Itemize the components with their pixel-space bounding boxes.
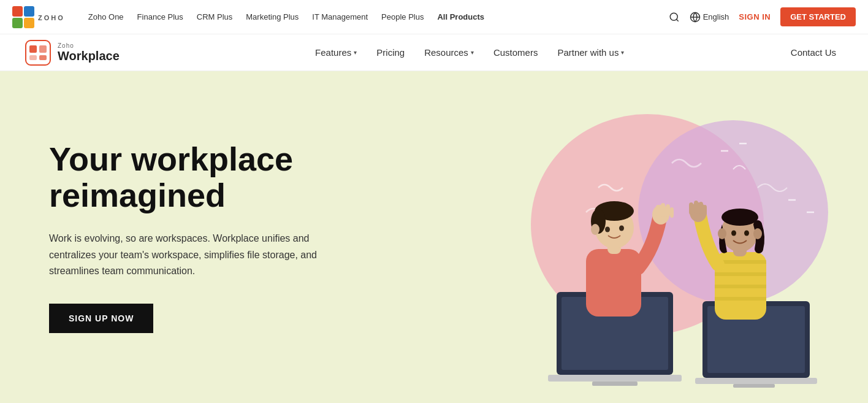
nav-link-people-plus[interactable]: People Plus — [376, 10, 428, 24]
hero-illustration-area — [525, 71, 868, 403]
svg-point-45 — [753, 228, 762, 239]
svg-point-47 — [744, 231, 749, 236]
svg-point-43 — [721, 209, 758, 226]
nav-link-it-management[interactable]: IT Management — [307, 10, 373, 24]
contact-us-link[interactable]: Contact Us — [783, 44, 843, 61]
svg-rect-17 — [548, 375, 682, 382]
logo-sq-green — [12, 18, 23, 28]
svg-rect-23 — [586, 249, 641, 317]
resources-chevron-icon: ▾ — [471, 49, 474, 56]
top-navigation: ZOHO Zoho One Finance Plus CRM Plus Mark… — [0, 0, 868, 34]
svg-point-0 — [670, 13, 677, 20]
svg-line-1 — [676, 19, 678, 21]
partner-label: Partner with us — [557, 47, 619, 58]
secondary-nav-links: Features ▾ Pricing Resources ▾ Customers… — [156, 44, 783, 61]
language-label: English — [703, 12, 729, 21]
nav-link-crm-plus[interactable]: CRM Plus — [192, 10, 238, 24]
svg-rect-50 — [694, 201, 698, 214]
nav-link-marketing-plus[interactable]: Marketing Plus — [241, 10, 303, 24]
search-icon — [669, 12, 680, 23]
workplace-logo[interactable]: Zoho Workplace — [25, 39, 120, 66]
get-started-button[interactable]: GET STARTED — [780, 7, 856, 26]
svg-rect-33 — [661, 203, 665, 217]
sec-nav-resources[interactable]: Resources ▾ — [417, 44, 481, 61]
features-chevron-icon: ▾ — [354, 49, 357, 56]
sec-nav-partner[interactable]: Partner with us ▾ — [550, 44, 631, 61]
svg-rect-22 — [733, 384, 775, 388]
hero-subtitle: Work is evolving, so are workspaces. Wor… — [49, 231, 343, 279]
secondary-navigation: Zoho Workplace Features ▾ Pricing Resour… — [0, 34, 868, 71]
partner-chevron-icon: ▾ — [621, 49, 624, 56]
svg-rect-4 — [26, 40, 50, 65]
svg-rect-7 — [29, 55, 37, 60]
language-selector[interactable]: English — [690, 12, 729, 23]
globe-icon — [690, 12, 701, 23]
svg-rect-5 — [29, 45, 37, 53]
nav-link-finance-plus[interactable]: Finance Plus — [132, 10, 188, 24]
hero-illustration-svg — [525, 90, 843, 402]
hero-title: Your workplace reimagined — [49, 141, 392, 214]
logo-sq-red — [12, 6, 23, 17]
workplace-zoho-label: Zoho — [58, 42, 120, 49]
svg-rect-21 — [695, 378, 817, 384]
svg-rect-52 — [703, 205, 707, 215]
resources-label: Resources — [424, 47, 468, 58]
svg-rect-40 — [715, 297, 766, 301]
svg-rect-34 — [666, 204, 670, 217]
workplace-text: Zoho Workplace — [58, 42, 120, 63]
sign-in-button[interactable]: SIGN IN — [739, 12, 771, 21]
svg-rect-49 — [689, 202, 693, 215]
svg-point-29 — [605, 227, 610, 232]
svg-point-46 — [731, 231, 736, 236]
svg-rect-6 — [39, 45, 47, 53]
svg-rect-51 — [699, 202, 703, 214]
svg-rect-35 — [670, 207, 674, 218]
nav-link-all-products[interactable]: All Products — [432, 10, 489, 24]
svg-rect-39 — [715, 285, 766, 288]
hero-content: Your workplace reimagined Work is evolvi… — [49, 141, 392, 334]
top-nav-links: Zoho One Finance Plus CRM Plus Marketing… — [83, 10, 669, 24]
svg-rect-8 — [39, 55, 47, 60]
zoho-logo[interactable]: ZOHO — [12, 6, 65, 28]
sec-nav-pricing[interactable]: Pricing — [369, 44, 412, 61]
svg-point-28 — [591, 224, 600, 235]
logo-sq-yellow — [24, 18, 34, 28]
hero-section: Your workplace reimagined Work is evolvi… — [0, 71, 868, 403]
top-nav-right: English SIGN IN GET STARTED — [669, 7, 856, 26]
svg-rect-18 — [592, 382, 638, 386]
sec-nav-customers[interactable]: Customers — [486, 44, 546, 61]
workplace-icon — [25, 39, 51, 66]
nav-link-zoho-one[interactable]: Zoho One — [83, 10, 129, 24]
svg-rect-38 — [715, 272, 766, 276]
logo-sq-blue — [24, 6, 34, 17]
zoho-logo-squares — [12, 6, 34, 28]
workplace-name: Workplace — [58, 49, 120, 63]
sec-nav-features[interactable]: Features ▾ — [308, 44, 364, 61]
features-label: Features — [315, 47, 351, 58]
search-button[interactable] — [669, 12, 680, 23]
zoho-label: ZOHO — [38, 14, 65, 21]
pricing-label: Pricing — [376, 47, 405, 58]
svg-rect-32 — [656, 205, 660, 217]
svg-point-44 — [718, 228, 726, 239]
customers-label: Customers — [493, 47, 538, 58]
svg-point-30 — [619, 226, 624, 231]
hero-cta-button[interactable]: SIGN UP NOW — [49, 304, 153, 333]
